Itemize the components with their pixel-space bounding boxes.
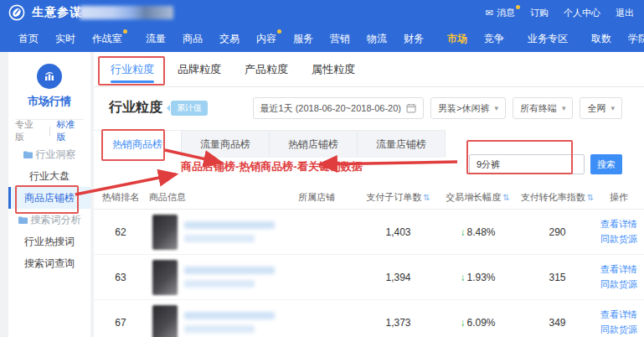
page-title: 行业粒度	[109, 99, 162, 117]
view-detail-link[interactable]: 查看详情	[600, 218, 637, 231]
blurred-text	[184, 235, 255, 242]
subtab-hot-goods-rank[interactable]: 热销商品榜	[94, 131, 182, 158]
orders-value: 1,373	[358, 317, 438, 329]
search-button[interactable]: 搜索	[590, 154, 622, 174]
product-image-blurred	[152, 260, 178, 295]
nav-goods[interactable]: 商品	[174, 32, 211, 46]
messages-link[interactable]: ✉ 消息	[486, 7, 515, 19]
same-source-link[interactable]: 同款货源	[600, 324, 637, 336]
view-detail-link[interactable]: 查看详情	[600, 308, 637, 321]
calendar-icon	[406, 103, 416, 113]
nav-content[interactable]: 内容	[248, 32, 285, 46]
new-dot	[123, 29, 127, 34]
tab-product-granularity[interactable]: 产品粒度	[233, 52, 300, 87]
chevron-down-icon: ▾	[611, 104, 615, 112]
market-chart-icon	[37, 64, 62, 89]
main-nav: 首页 实时 作战室 流量 商品 交易 内容 服务 营销 物流 财务 市场 竞争 …	[0, 25, 644, 52]
nav-traffic[interactable]: 流量	[137, 32, 174, 46]
folder-icon	[18, 216, 28, 224]
notification-dot	[516, 5, 520, 9]
sort-icon[interactable]: ⇅	[423, 193, 430, 202]
top-header: 生意参谋 ✉ 消息 订购 个人中心 退出	[0, 0, 644, 25]
nav-data-extract[interactable]: 取数	[583, 32, 620, 46]
tab-industry-granularity[interactable]: 行业粒度	[99, 52, 166, 87]
trend-down-icon: ↓	[460, 226, 465, 238]
nav-warroom[interactable]: 作战室	[84, 32, 131, 46]
subtab-traffic-goods-rank[interactable]: 流量商品榜	[182, 131, 270, 158]
sidebar-group-search-analysis[interactable]: 搜索词分析	[8, 209, 90, 231]
subtab-traffic-shop-rank[interactable]: 流量店铺榜	[358, 131, 446, 158]
rank-value: 62	[100, 226, 141, 238]
nav-service[interactable]: 服务	[285, 32, 322, 46]
sidebar-item-goods-shop-rank[interactable]: 商品店铺榜	[8, 187, 90, 209]
terminal-dropdown[interactable]: 所有终端 ▾	[513, 97, 574, 119]
nav-competition[interactable]: 竞争	[476, 32, 513, 46]
orders-value: 1,403	[358, 226, 438, 238]
table-row: 62 1,403 ↓8.48% 290 查看详情同款货源	[94, 210, 644, 255]
cumulative-badge: 累计值	[171, 101, 208, 116]
nav-business-zone[interactable]: 业务专区	[519, 32, 576, 46]
index-value: 290	[518, 226, 597, 238]
nav-realtime[interactable]: 实时	[47, 32, 84, 46]
brand-name: 生意参谋	[32, 5, 82, 20]
table-row: 63 1,394 ↓1.93% 315 查看详情同款货源	[94, 255, 644, 300]
main-content: 行业粒度 品牌粒度 产品粒度 属性粒度 行业粒度 累计值 最近1天 (2018-…	[94, 52, 644, 337]
subscribe-link[interactable]: 订购	[530, 7, 549, 19]
left-gutter	[0, 52, 8, 337]
chevron-down-icon: ▾	[562, 104, 566, 112]
same-source-link[interactable]: 同款货源	[600, 233, 637, 246]
col-paid-suborders: 支付子订单数⇅	[358, 191, 438, 204]
category-dropdown[interactable]: 男装>休闲裤 ▾	[430, 97, 506, 119]
envelope-icon: ✉	[486, 8, 493, 18]
section-heading: 行业粒度 累计值 最近1天 (2018-06-20~2018-06-20) 男装…	[94, 87, 644, 129]
blurred-text	[184, 267, 275, 274]
trend-down-icon: ↓	[460, 272, 465, 283]
search-input[interactable]	[469, 154, 585, 174]
date-range-picker[interactable]: 最近1天 (2018-06-20~2018-06-20)	[253, 97, 424, 119]
profile-link[interactable]: 个人中心	[564, 7, 600, 19]
tab-pro-version[interactable]: 专业版	[8, 118, 49, 143]
nav-trade[interactable]: 交易	[211, 32, 248, 46]
growth-value: ↓6.09%	[438, 317, 518, 329]
sidebar-group-industry-insight[interactable]: 行业洞察	[8, 143, 90, 165]
nav-marketing[interactable]: 营销	[322, 32, 358, 46]
tab-standard-version[interactable]: 标准版	[49, 118, 90, 143]
tab-attribute-granularity[interactable]: 属性粒度	[300, 52, 367, 87]
index-value: 349	[518, 317, 597, 329]
blurred-text	[184, 221, 275, 229]
same-source-link[interactable]: 同款货源	[600, 278, 637, 291]
view-detail-link[interactable]: 查看详情	[600, 263, 637, 276]
sidebar-header: 市场行情	[8, 52, 90, 109]
sidebar-item-industry-board[interactable]: 行业大盘	[8, 165, 90, 187]
col-product-info: 商品信息	[141, 191, 275, 204]
nav-market-active[interactable]: 市场	[439, 32, 476, 46]
nav-home[interactable]: 首页	[10, 32, 47, 46]
new-dot	[277, 29, 281, 34]
nav-academy[interactable]: 学院	[620, 32, 644, 46]
nav-logistics[interactable]: 物流	[358, 32, 395, 46]
keyword-search: 搜索	[469, 154, 622, 174]
orders-value: 1,394	[358, 272, 438, 283]
growth-value: ↓8.48%	[438, 226, 518, 238]
tab-brand-granularity[interactable]: 品牌粒度	[166, 52, 233, 87]
col-shop: 所属店铺	[275, 191, 358, 204]
rank-value: 67	[100, 317, 141, 329]
filter-bar: 最近1天 (2018-06-20~2018-06-20) 男装>休闲裤 ▾ 所有…	[253, 97, 623, 119]
logout-link[interactable]: 退出	[616, 7, 634, 19]
sidebar-menu: 行业洞察 行业大盘 商品店铺榜 搜索词分析 行业热搜词 搜索词查询	[8, 143, 90, 274]
version-switcher: 专业版 标准版	[8, 120, 90, 142]
col-rank: 热销排名	[100, 191, 141, 204]
subtab-hot-shop-rank[interactable]: 热销店铺榜	[270, 131, 358, 158]
col-conversion-index: 支付转化率指数⇅	[518, 191, 597, 204]
nav-finance[interactable]: 财务	[395, 32, 432, 46]
col-actions: 操作	[597, 191, 641, 204]
product-image-blurred	[152, 215, 178, 250]
sort-icon[interactable]: ⇅	[502, 193, 509, 202]
sidebar-item-search-word-query[interactable]: 搜索词查询	[8, 252, 90, 274]
sidebar-item-hot-search-words[interactable]: 行业热搜词	[8, 231, 90, 252]
sort-icon[interactable]: ⇅	[587, 193, 594, 202]
chevron-down-icon: ▾	[494, 104, 498, 112]
app-window: 生意参谋 ✉ 消息 订购 个人中心 退出 首页 实时 作战室 流量 商品 交易 …	[0, 0, 644, 337]
network-dropdown[interactable]: 全网 ▾	[580, 97, 622, 119]
annotation-note: 商品店铺榜-热销商品榜-看关键词数据	[181, 159, 379, 174]
